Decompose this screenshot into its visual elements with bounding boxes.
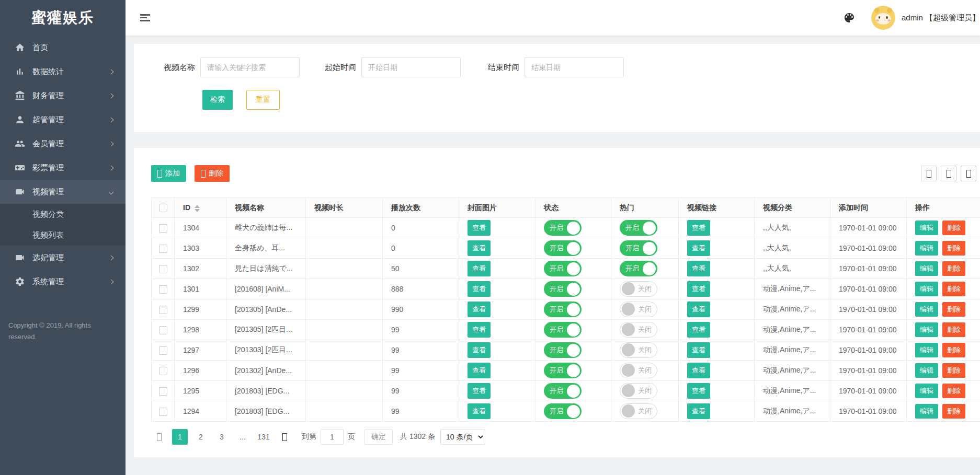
- prev-page-button[interactable]: [151, 429, 167, 445]
- status-toggle[interactable]: 开启: [544, 383, 582, 399]
- cover-view-badge[interactable]: 查看: [468, 363, 491, 378]
- cover-view-badge[interactable]: 查看: [468, 240, 491, 256]
- hot-toggle[interactable]: 关闭: [620, 281, 657, 297]
- sort-icon[interactable]: [195, 205, 200, 212]
- hot-toggle[interactable]: 开启: [620, 261, 657, 276]
- link-view-badge[interactable]: 查看: [687, 363, 710, 378]
- page-button[interactable]: 131: [256, 429, 271, 445]
- cover-view-badge[interactable]: 查看: [468, 281, 491, 297]
- status-toggle[interactable]: 开启: [544, 261, 582, 276]
- edit-button[interactable]: 编辑: [915, 404, 938, 419]
- next-page-button[interactable]: [277, 429, 292, 445]
- remove-button[interactable]: 删除: [942, 261, 965, 276]
- add-button[interactable]: 添加: [151, 165, 186, 182]
- status-toggle[interactable]: 开启: [544, 220, 582, 236]
- table-tool-button-3[interactable]: [961, 166, 976, 181]
- status-toggle[interactable]: 开启: [544, 302, 582, 317]
- row-checkbox[interactable]: [159, 346, 167, 355]
- status-toggle[interactable]: 开启: [544, 322, 582, 338]
- cover-view-badge[interactable]: 查看: [468, 342, 491, 358]
- cover-view-badge[interactable]: 查看: [468, 403, 491, 419]
- link-view-badge[interactable]: 查看: [687, 220, 710, 236]
- row-checkbox[interactable]: [159, 224, 167, 233]
- select-all-checkbox[interactable]: [159, 204, 167, 212]
- hot-toggle[interactable]: 开启: [620, 220, 657, 236]
- link-view-badge[interactable]: 查看: [687, 281, 710, 297]
- goto-page-input[interactable]: [321, 429, 344, 445]
- sidebar-toggle-icon[interactable]: [140, 13, 151, 23]
- edit-button[interactable]: 编辑: [915, 343, 938, 357]
- sidebar-item-lottery[interactable]: 彩票管理: [0, 156, 126, 180]
- search-button[interactable]: 检索: [202, 90, 233, 110]
- edit-button[interactable]: 编辑: [915, 282, 938, 296]
- start-date-input[interactable]: [361, 57, 461, 77]
- cover-view-badge[interactable]: 查看: [468, 220, 491, 236]
- table-tool-button-1[interactable]: [921, 166, 937, 181]
- edit-button[interactable]: 编辑: [915, 221, 938, 235]
- row-checkbox[interactable]: [159, 265, 167, 273]
- row-checkbox[interactable]: [159, 387, 167, 396]
- avatar[interactable]: [871, 6, 895, 30]
- status-toggle[interactable]: 开启: [544, 240, 582, 256]
- column-header[interactable]: ID: [175, 198, 226, 218]
- edit-button[interactable]: 编辑: [915, 384, 938, 398]
- row-checkbox[interactable]: [159, 306, 167, 314]
- cover-view-badge[interactable]: 查看: [468, 322, 491, 338]
- remove-button[interactable]: 删除: [942, 221, 965, 235]
- link-view-badge[interactable]: 查看: [687, 240, 710, 256]
- hot-toggle[interactable]: 关闭: [620, 383, 657, 399]
- edit-button[interactable]: 编辑: [915, 302, 938, 317]
- page-button[interactable]: 1: [172, 429, 188, 445]
- sidebar-item-home[interactable]: 首页: [0, 36, 126, 60]
- status-toggle[interactable]: 开启: [544, 342, 582, 358]
- reset-button[interactable]: 重置: [246, 90, 280, 110]
- link-view-badge[interactable]: 查看: [687, 322, 710, 338]
- hot-toggle[interactable]: 关闭: [620, 322, 657, 338]
- row-checkbox[interactable]: [159, 285, 167, 294]
- page-button[interactable]: 3: [214, 429, 230, 445]
- remove-button[interactable]: 删除: [942, 404, 965, 419]
- status-toggle[interactable]: 开启: [544, 363, 582, 378]
- row-checkbox[interactable]: [159, 245, 167, 253]
- remove-button[interactable]: 删除: [942, 282, 965, 296]
- hot-toggle[interactable]: 关闭: [620, 302, 657, 317]
- remove-button[interactable]: 删除: [942, 363, 965, 378]
- delete-button[interactable]: 删除: [195, 165, 230, 182]
- user-name[interactable]: admin 【超级管理员】: [902, 13, 980, 23]
- edit-button[interactable]: 编辑: [915, 322, 938, 337]
- edit-button[interactable]: 编辑: [915, 241, 938, 256]
- remove-button[interactable]: 删除: [942, 302, 965, 317]
- theme-palette-icon[interactable]: [843, 11, 856, 24]
- row-checkbox[interactable]: [159, 367, 167, 375]
- sidebar-item-video[interactable]: 视频管理: [0, 180, 126, 204]
- hot-toggle[interactable]: 关闭: [620, 342, 657, 358]
- video-name-input[interactable]: [200, 57, 300, 77]
- page-button[interactable]: 2: [193, 429, 209, 445]
- remove-button[interactable]: 删除: [942, 322, 965, 337]
- link-view-badge[interactable]: 查看: [687, 261, 710, 276]
- status-toggle[interactable]: 开启: [544, 281, 582, 297]
- cover-view-badge[interactable]: 查看: [468, 383, 491, 399]
- hot-toggle[interactable]: 关闭: [620, 363, 657, 378]
- status-toggle[interactable]: 开启: [544, 403, 582, 419]
- sidebar-item-data-stats[interactable]: 数据统计: [0, 60, 126, 84]
- hot-toggle[interactable]: 关闭: [620, 403, 657, 419]
- end-date-input[interactable]: [525, 57, 624, 77]
- sidebar-item-members[interactable]: 会员管理: [0, 132, 126, 156]
- sidebar-item-system[interactable]: 系统管理: [0, 270, 126, 294]
- edit-button[interactable]: 编辑: [915, 261, 938, 276]
- link-view-badge[interactable]: 查看: [687, 383, 710, 399]
- sidebar-item-xuanfei[interactable]: 选妃管理: [0, 246, 126, 270]
- sidebar-item-finance[interactable]: 财务管理: [0, 84, 126, 108]
- edit-button[interactable]: 编辑: [915, 363, 938, 378]
- link-view-badge[interactable]: 查看: [687, 403, 710, 419]
- link-view-badge[interactable]: 查看: [687, 302, 710, 317]
- remove-button[interactable]: 删除: [942, 241, 965, 256]
- link-view-badge[interactable]: 查看: [687, 342, 710, 358]
- cover-view-badge[interactable]: 查看: [468, 261, 491, 276]
- sidebar-item-video-list[interactable]: 视频列表: [0, 225, 126, 246]
- row-checkbox[interactable]: [159, 326, 167, 334]
- sidebar-item-super-admin[interactable]: 超管管理: [0, 108, 126, 132]
- row-checkbox[interactable]: [159, 408, 167, 416]
- goto-confirm-button[interactable]: 确定: [364, 429, 393, 445]
